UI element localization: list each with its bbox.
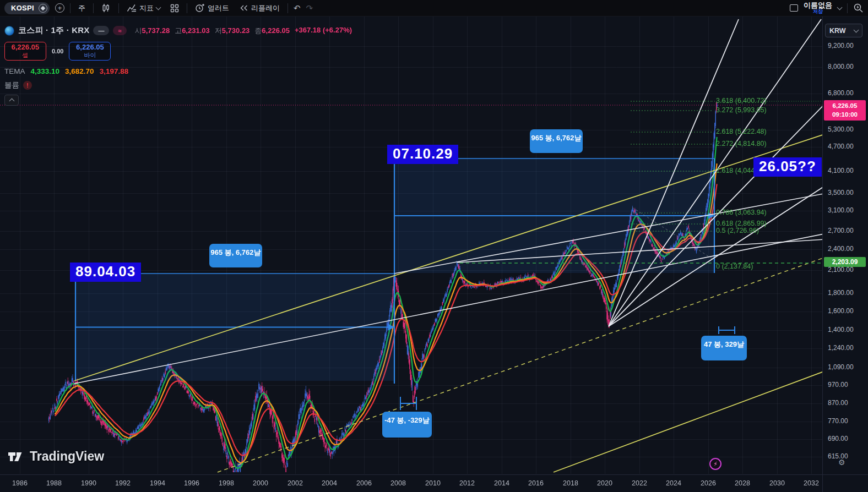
- price-axis-label: 6,800.00: [828, 89, 854, 97]
- chevron-down-icon: [156, 4, 161, 10]
- price-axis-label: 2,100.00: [828, 266, 854, 274]
- legend-title[interactable]: 코스피 · 1주 · KRX: [18, 25, 89, 36]
- warning-icon[interactable]: !: [23, 81, 32, 90]
- time-axis-label: 1986: [12, 479, 28, 487]
- time-axis-label: 2006: [356, 479, 372, 487]
- save-label[interactable]: 저장: [813, 9, 823, 14]
- axis-settings-gear-icon[interactable]: ⚙: [838, 458, 845, 467]
- ohlc-readout: 시5,737.28 고6,231.03 저5,730.23 종6,226.05 …: [135, 26, 352, 36]
- indicators-icon: [127, 4, 137, 13]
- time-axis-label: 2028: [735, 479, 750, 487]
- currency-dropdown[interactable]: KRW: [825, 24, 862, 37]
- time-axis-label: 2000: [253, 479, 268, 487]
- price-axis-label: 1,240.00: [828, 344, 854, 352]
- toolbar-divider: [187, 3, 187, 13]
- alert-button[interactable]: 얼러트: [193, 2, 231, 15]
- time-axis-label: 2018: [563, 479, 578, 487]
- time-axis-label: 2020: [597, 479, 612, 487]
- fib-level-label: 0.786 (3,063.94): [716, 209, 767, 216]
- time-axis-label: 1994: [150, 479, 165, 487]
- bars-measure-label-pos[interactable]: 47 봉, 329날: [701, 336, 747, 360]
- price-axis-label: 4,100.00: [828, 167, 854, 174]
- window-layout-icon[interactable]: [790, 4, 798, 12]
- fib-level-label: 2.618 (5,222.48): [716, 128, 767, 135]
- bars-measure-label-neg[interactable]: -47 봉, -329날: [382, 412, 432, 438]
- fib-level-label: 3.618 (6,400.72): [716, 97, 767, 105]
- range-label-b[interactable]: 965 봉, 6,762날: [530, 129, 583, 153]
- alert-clock-icon: [195, 3, 205, 13]
- price-axis[interactable]: KRW 9,200.008,000.006,800.005,300.004,70…: [822, 17, 868, 474]
- redo-icon[interactable]: ↷: [306, 3, 313, 13]
- collapse-pane-button[interactable]: [4, 95, 19, 106]
- price-axis-label: 2,400.00: [828, 245, 854, 253]
- time-axis-label: 1988: [46, 479, 62, 487]
- layout-name-button[interactable]: 이름없음 저장: [804, 2, 832, 14]
- add-symbol-icon[interactable]: +: [55, 3, 64, 13]
- date-label-1989[interactable]: 89.04.03: [70, 263, 141, 282]
- price-axis-label: 9,200.00: [828, 42, 854, 50]
- price-axis-label: 2,700.00: [828, 227, 854, 234]
- volume-indicator-row[interactable]: 볼륨 !: [4, 80, 352, 90]
- fib-level-label: 0.618 (2,865.99): [716, 220, 767, 227]
- timeframe-button[interactable]: 주: [76, 2, 88, 15]
- top-toolbar: KOSPI + 주 지표 얼러트 리: [0, 0, 868, 17]
- fib-level-label: 0.5 (2,726.96): [716, 227, 759, 234]
- undo-icon[interactable]: ↶: [294, 3, 301, 13]
- price-axis-label: 970.00: [828, 381, 848, 389]
- time-axis-label: 1998: [219, 479, 234, 487]
- price-axis-label: 3,500.00: [828, 189, 854, 196]
- replay-icon: [239, 4, 248, 12]
- candlestick-icon: [101, 3, 111, 13]
- current-price-badge: 6,226.05 09:10:00: [824, 100, 866, 121]
- quick-search-icon[interactable]: [853, 3, 864, 13]
- time-axis-label: 1996: [184, 479, 199, 487]
- time-axis-label: 2012: [459, 479, 475, 487]
- grid-icon: [170, 4, 179, 13]
- level-price-badge: 2,203.09: [824, 257, 866, 267]
- fib-level-label: 3.272 (5,993.05): [716, 106, 767, 114]
- time-axis[interactable]: 1986198819901992199419961998200020022004…: [0, 474, 822, 492]
- spread-value: 0.00: [52, 48, 63, 54]
- axis-corner: [822, 474, 868, 492]
- tema-readout[interactable]: TEMA 4,333.10 3,682.70 3,197.88: [4, 67, 352, 75]
- approx-data-badge[interactable]: ≈: [113, 26, 126, 35]
- time-axis-label: 2032: [804, 479, 819, 487]
- indicators-button[interactable]: 지표: [124, 2, 162, 15]
- sell-button[interactable]: 6,226.05셀: [4, 42, 46, 61]
- time-axis-label: 2002: [287, 479, 303, 487]
- chart-style-button[interactable]: [99, 2, 113, 15]
- event-spark-icon[interactable]: ⚡: [709, 458, 721, 470]
- target-label-2026[interactable]: 26.05??: [753, 157, 822, 177]
- price-axis-label: 8,000.00: [828, 63, 854, 70]
- date-label-2007[interactable]: 07.10.29: [387, 145, 458, 164]
- price-axis-label: 870.00: [828, 399, 848, 407]
- price-axis-label: 1,600.00: [828, 307, 854, 315]
- range-label-a[interactable]: 965 봉, 6,762날: [209, 244, 262, 267]
- toolbar-divider: [118, 3, 119, 13]
- toolbar-divider: [93, 3, 94, 13]
- price-axis-label: 3,100.00: [828, 206, 854, 214]
- price-axis-label: 4,700.00: [828, 143, 854, 150]
- fib-level-label: 2.272 (4,814.80): [716, 140, 767, 147]
- tradingview-watermark: TradingView: [8, 449, 104, 464]
- toolbar-divider: [847, 3, 848, 13]
- bar-countdown: 09:10:00: [824, 111, 866, 119]
- hide-indicator-button[interactable]: —: [93, 26, 109, 35]
- time-axis-label: 2022: [632, 479, 647, 487]
- symbol-marker-icon: [39, 4, 47, 13]
- change-readout: +367.18 (+6.27%): [295, 26, 352, 36]
- price-axis-label: 1,800.00: [828, 289, 854, 297]
- chevron-down-icon[interactable]: [837, 4, 843, 10]
- time-axis-label: 2024: [666, 479, 681, 487]
- fib-level-label: 0 (2,137.84): [716, 263, 753, 270]
- buy-button[interactable]: 6,226.05바이: [69, 42, 111, 61]
- watermark-text: TradingView: [30, 449, 104, 464]
- symbol-search-button[interactable]: KOSPI: [4, 2, 50, 14]
- time-axis-label: 2014: [494, 479, 509, 487]
- layout-grid-button[interactable]: [168, 2, 181, 15]
- replay-button[interactable]: 리플레이: [237, 2, 282, 15]
- time-axis-label: 2016: [528, 479, 544, 487]
- time-axis-label: 2030: [769, 479, 785, 487]
- price-axis-label: 5,300.00: [828, 125, 854, 133]
- price-axis-label: 770.00: [828, 417, 848, 425]
